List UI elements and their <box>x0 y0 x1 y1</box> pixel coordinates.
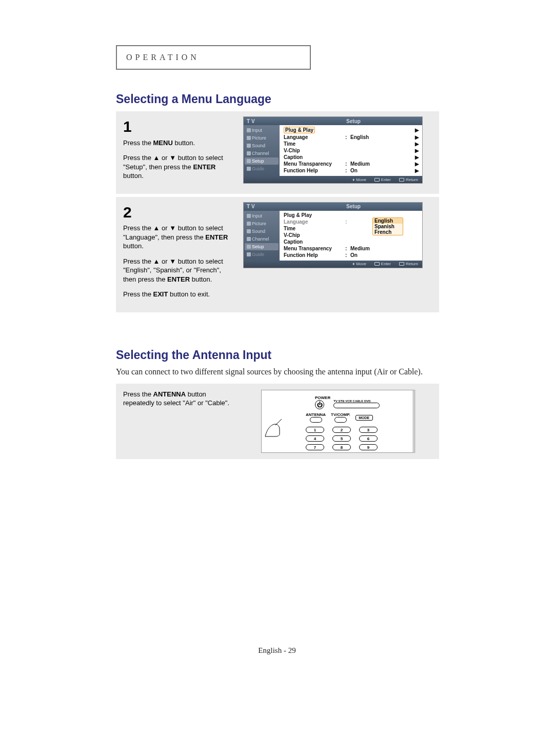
antenna-panel: Press the ANTENNA button repeatedly to s… <box>116 384 439 459</box>
osd-footer-return: Return <box>399 262 418 266</box>
osd-tab-channel: Channel <box>245 150 279 157</box>
key-1: 1 <box>306 427 324 433</box>
header-label: OPERATION <box>126 53 200 62</box>
t: button. <box>173 139 195 147</box>
osd-row-language: Language: English▶ <box>284 134 419 141</box>
step2-panel: 2 Press the ▲ or ▼ button to select "Lan… <box>116 197 439 312</box>
osd-row-funchelp: Function Help: On▶ <box>284 167 419 174</box>
osd-screenshot-1: T V Setup Input Picture Sound Channel Se… <box>243 116 423 184</box>
enter-kw: ENTER <box>205 233 228 241</box>
section2-title: Selecting the Antenna Input <box>116 348 496 362</box>
osd-tab-sound: Sound <box>245 142 279 149</box>
power-label: POWER <box>315 395 330 400</box>
t: Press the <box>123 290 153 298</box>
exit-kw: EXIT <box>153 290 168 298</box>
key-8: 8 <box>332 444 351 450</box>
lang-option-spanish: Spanish <box>373 224 403 229</box>
osd-tab-channel: Channel <box>245 235 279 243</box>
key-7: 7 <box>306 444 324 450</box>
osd-sidebar: Input Picture Sound Channel Setup Guide <box>244 125 280 176</box>
hand-icon <box>264 417 285 437</box>
tvcomp-label: TV/COMP. <box>331 412 350 417</box>
antenna-label: ANTENNA <box>306 412 326 417</box>
key-6: 6 <box>359 435 378 442</box>
osd-footer: ♦ Move Enter Return <box>244 261 422 268</box>
osd-tab-picture: Picture <box>245 134 279 142</box>
osd-tab-setup: Setup <box>245 243 279 250</box>
key-2: 2 <box>332 427 351 433</box>
source-labels: TV STB VCR CABLE DVD <box>333 400 380 403</box>
osd-row-vchip: V-Chip▶ <box>284 147 419 154</box>
step2-number: 2 <box>123 202 235 223</box>
osd-row-funchelp: Function Help: On <box>284 252 419 258</box>
step2-text3: Press the EXIT button to exit. <box>123 290 235 299</box>
key-3: 3 <box>359 427 378 433</box>
osd-tab-guide: Guide <box>245 165 279 172</box>
key-5: 5 <box>332 435 351 442</box>
osd-tab-picture: Picture <box>245 220 279 227</box>
osd-tab-input: Input <box>245 127 279 134</box>
page-footer: English - 29 <box>0 646 554 655</box>
osd-tab-guide: Guide <box>245 251 279 258</box>
key-9: 9 <box>359 444 378 450</box>
osd-sidebar: Input Picture Sound Channel Setup Guide <box>244 211 280 261</box>
osd-row-plugplay: Plug & Play▶ <box>284 126 419 134</box>
osd-footer-move: ♦ Move <box>352 177 366 182</box>
language-popup: English Spanish French <box>372 217 403 235</box>
step1-panel: 1 Press the MENU button. Press the ▲ or … <box>116 111 439 194</box>
step2-text2: Press the ▲ or ▼ button to select "Engli… <box>123 257 235 284</box>
osd-tab-sound: Sound <box>245 228 279 235</box>
number-keypad: 1 2 3 4 5 6 7 8 9 <box>306 427 408 450</box>
t: Press the <box>123 390 153 398</box>
osd-tab-setup: Setup <box>245 157 279 165</box>
step1-text2: Press the ▲ or ▼ button to select "Setup… <box>123 153 235 181</box>
step1-text1: Press the MENU button. <box>123 138 235 148</box>
osd-tv-label: T V <box>247 118 288 124</box>
lang-option-english: English <box>373 218 403 224</box>
osd-footer-move: ♦ Move <box>352 262 366 266</box>
osd-footer-enter: Enter <box>374 177 391 182</box>
section-header: OPERATION <box>116 45 311 70</box>
mode-button-icon: MODE <box>355 415 373 421</box>
t: button. <box>190 275 212 283</box>
osd-footer: ♦ Move Enter Return <box>244 176 422 183</box>
section2-intro: You can connect to two different signal … <box>116 366 444 377</box>
step1-number: 1 <box>123 116 235 137</box>
enter-kw: ENTER <box>193 163 215 171</box>
osd-row-menutrans: Menu Transparency : Medium▶ <box>284 161 419 167</box>
power-button-icon: ⏻ <box>315 400 324 409</box>
lang-option-french: French <box>373 229 403 235</box>
menu-kw: MENU <box>153 139 173 147</box>
key-4: 4 <box>306 435 324 442</box>
tvcomp-button-icon <box>334 417 347 423</box>
antenna-kw: ANTENNA <box>153 390 186 398</box>
osd-screenshot-2: T V Setup Input Picture Sound Channel Se… <box>243 202 423 268</box>
antenna-button-icon <box>310 417 322 423</box>
osd-row-caption: Caption <box>284 238 419 245</box>
osd-tv-label: T V <box>247 204 288 209</box>
antenna-instruction: Press the ANTENNA button repeatedly to s… <box>123 390 235 408</box>
t: button to exit. <box>168 290 210 298</box>
section1-title: Selecting a Menu Language <box>116 92 496 106</box>
step2-text1: Press the ▲ or ▼ button to select "Langu… <box>123 224 235 251</box>
osd-row-time: Time▶ <box>284 141 419 147</box>
osd-title: Setup <box>288 118 419 124</box>
remote-diagram: POWER ⏻ TV STB VCR CABLE DVD ANTENNA T <box>261 390 415 453</box>
osd-footer-return: Return <box>399 177 418 182</box>
t: button. <box>123 242 144 250</box>
source-indicator-icon <box>333 403 380 408</box>
osd-row-caption: Caption▶ <box>284 154 419 161</box>
osd-footer-enter: Enter <box>374 262 391 266</box>
osd-title: Setup <box>288 204 419 209</box>
osd-tab-input: Input <box>245 212 279 220</box>
osd-row-menutrans: Menu Transparency : Medium <box>284 245 419 252</box>
t: button. <box>123 172 144 180</box>
enter-kw: ENTER <box>167 275 190 283</box>
t: Press the <box>123 139 153 147</box>
